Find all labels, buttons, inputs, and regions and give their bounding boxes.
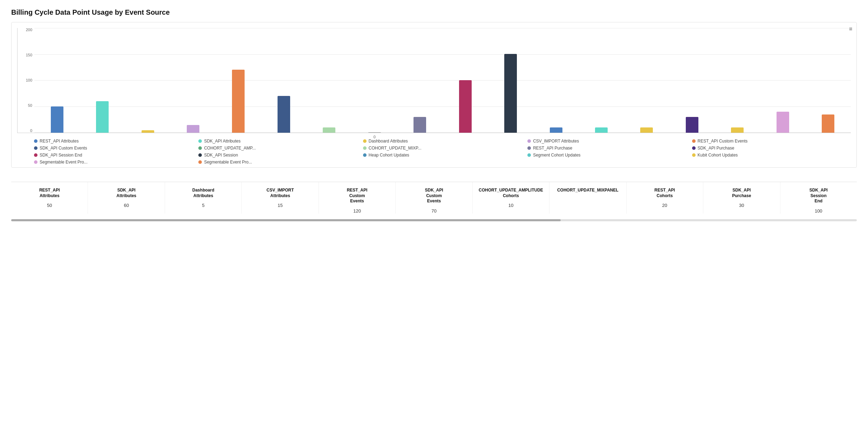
bottom-col-cohort-amp: COHORT_UPDATE_AMPLITUDECohorts 10 [473,182,549,214]
chart-container: ≡ 200 150 100 50 0 [11,22,857,168]
legend-item-rest-custom: REST_API Custom Events [692,139,851,144]
legend-item-segment: Segment Cohort Updates [527,153,686,158]
bottom-value-dashboard-attr: 5 [168,203,239,208]
bar-group-sdk-session-red [443,28,488,133]
bar-rest-cohorts[interactable] [550,127,562,133]
bar-group-dashboard-attr [125,28,170,133]
bar-group-sdk-session-dark [488,28,533,133]
bottom-label-sdk-purchase: SDK_APIPurchase [706,188,777,199]
bottom-value-sdk-custom: 70 [398,208,469,214]
y-label-150: 150 [18,53,34,57]
legend-dot-kubit [692,153,696,157]
bottom-col-sdk-session-end: SDK_APISessionEnd 100 [780,182,857,214]
legend-item-kubit: Kubit Cohort Updates [692,153,851,158]
bar-sdk-purchase[interactable] [686,117,698,133]
legend-dot-rest-custom [692,139,696,143]
bottom-col-sdk-custom: SDK_APICustomEvents 70 [396,182,472,214]
legend-dot-cohort-mix [363,146,367,150]
legend-item-sdk-custom: SDK_API Custom Events [34,146,193,151]
bar-group-heap [579,28,624,133]
legend-label-seg-pro1: Segmentable Event Pro... [40,160,88,165]
bar-sdk-session-red[interactable] [459,80,472,133]
legend-item-rest-purchase: REST_API Purchase [527,146,686,151]
bottom-value-rest-api-attr: 50 [14,203,85,208]
legend-label-segment: Segment Cohort Updates [533,153,580,158]
bar-dashboard-attr[interactable] [142,130,154,133]
bar-seg-pro1[interactable] [777,112,789,133]
chart-title: Billing Cycle Data Point Usage by Event … [11,8,857,16]
bar-group-sdk-api-attr [80,28,125,133]
bottom-label-rest-api-attr: REST_APIAttributes [14,188,85,199]
legend-label-sdk-session-end: SDK_API Session End [40,153,82,158]
legend-label-csv-attr: CSV_IMPORT Attributes [533,139,579,144]
y-label-0: 0 [18,129,34,133]
legend-dot-rest-purchase [527,146,531,150]
bottom-label-cohort-amp: COHORT_UPDATE_AMPLITUDECohorts [476,188,546,199]
bottom-label-sdk-custom: SDK_APICustomEvents [398,188,469,204]
bar-rest-custom[interactable] [232,70,245,133]
legend-item-cohort-amp: COHORT_UPDATE_AMP... [198,146,357,151]
scrollbar-thumb[interactable] [11,219,561,221]
legend-label-rest-purchase: REST_API Purchase [533,146,572,151]
bottom-label-rest-purchase: REST_APICohorts [629,188,700,199]
bottom-value-sdk-purchase: 30 [706,203,777,208]
bar-cohort-mix[interactable] [368,132,381,133]
bar-csv-attr[interactable] [187,125,199,133]
legend-label-sdk-api-attr: SDK_API Attributes [204,139,240,144]
bar-seg-pro2[interactable] [822,114,834,133]
bar-rest-api-attr[interactable] [51,106,63,133]
bar-group-csv-attr [170,28,216,133]
bottom-col-rest-api-attr: REST_APIAttributes 50 [11,182,88,214]
bar-group-seg-pro2 [805,28,850,133]
bottom-col-sdk-api-attr: SDK_APIAttributes 60 [88,182,165,214]
bar-heap[interactable] [595,127,608,133]
bottom-table: REST_APIAttributes 50 SDK_APIAttributes … [11,182,857,214]
legend-dot-segment [527,153,531,157]
y-label-200: 200 [18,28,34,32]
bars-wrapper: 0 [34,28,851,133]
bottom-value-rest-custom: 120 [322,208,392,214]
bar-group-rest-cohorts [533,28,579,133]
legend-item-sdk-api-attr: SDK_API Attributes [198,139,357,144]
bottom-label-sdk-api-attr: SDK_APIAttributes [91,188,162,199]
legend-label-heap: Heap Cohort Updates [369,153,409,158]
bottom-col-csv-attr: CSV_IMPORTAttributes 15 [242,182,319,214]
bar-group-rest-purchase [397,28,443,133]
bottom-value-rest-purchase: 20 [629,203,700,208]
legend-dot-heap [363,153,367,157]
bar-sdk-custom[interactable] [278,96,290,133]
chart-area: 200 150 100 50 0 [17,28,851,133]
legend-item-rest-api-attr: REST_API Attributes [34,139,193,144]
legend-label-sdk-purchase: SDK_API Purchase [698,146,734,151]
bar-sdk-session-dark[interactable] [504,54,517,133]
legend-dot-csv-attr [527,139,531,143]
bottom-label-rest-custom: REST_APICustomEvents [322,188,392,204]
bottom-value-sdk-api-attr: 60 [91,203,162,208]
bottom-col-cohort-mix: COHORT_UPDATE_MIXPANEL [549,182,626,214]
bottom-value-sdk-session-end: 100 [783,208,854,214]
bar-rest-purchase[interactable] [414,117,426,133]
y-label-100: 100 [18,78,34,82]
bar-sdk-api-attr[interactable] [96,101,109,133]
legend-label-dashboard-attr: Dashboard Attributes [369,139,408,144]
bottom-label-csv-attr: CSV_IMPORTAttributes [245,188,315,199]
legend-dot-sdk-session [198,153,202,157]
legend-dot-sdk-purchase [692,146,696,150]
bar-group-segment [624,28,669,133]
bar-cohort-amp[interactable] [323,127,335,133]
bottom-col-sdk-purchase: SDK_APIPurchase 30 [703,182,780,214]
bar-group-sdk-purchase [669,28,715,133]
legend-label-sdk-session: SDK_API Session [204,153,238,158]
bottom-col-dashboard-attr: DashboardAttributes 5 [165,182,242,214]
bar-segment[interactable] [640,127,653,133]
legend-item-heap: Heap Cohort Updates [363,153,522,158]
bottom-value-csv-attr: 15 [245,203,315,208]
legend-item-cohort-mix: COHORT_UPDATE_MIXP... [363,146,522,151]
legend-label-seg-pro2: Segmentable Event Pro... [204,160,252,165]
legend-label-kubit: Kubit Cohort Updates [698,153,738,158]
legend-item-dashboard-attr: Dashboard Attributes [363,139,522,144]
bar-kubit[interactable] [731,127,744,133]
y-label-50: 50 [18,104,34,107]
legend-label-rest-api-attr: REST_API Attributes [40,139,78,144]
bottom-col-rest-custom: REST_APICustomEvents 120 [319,182,396,214]
